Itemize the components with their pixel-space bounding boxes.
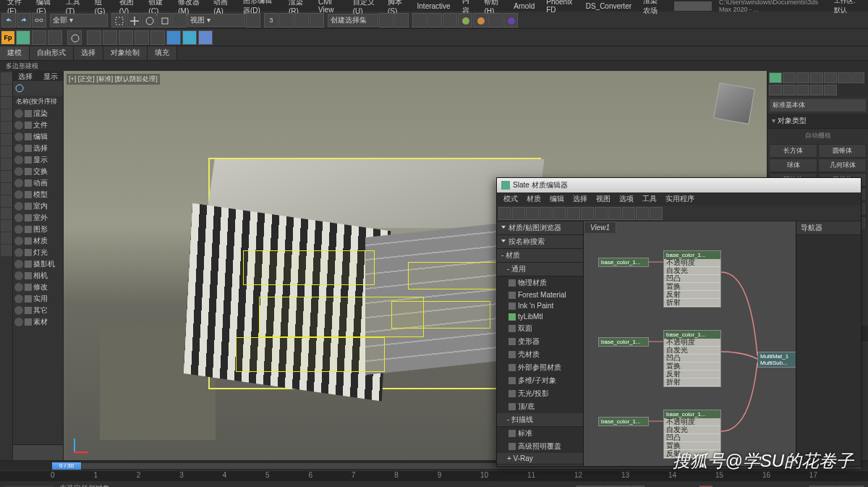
slate-tool[interactable] (581, 207, 594, 220)
visibility-icon[interactable] (14, 318, 23, 326)
scene-item[interactable]: 模型 (13, 189, 63, 200)
slate-search[interactable]: 按名称搜索 (497, 235, 583, 249)
visibility-icon[interactable] (14, 306, 23, 315)
curve-editor-button[interactable] (427, 13, 442, 27)
spinner-snap-button[interactable] (310, 13, 324, 27)
building-selection[interactable] (208, 158, 541, 389)
scene-tab-display[interactable]: 显示 (38, 71, 64, 81)
freeze-icon[interactable] (25, 179, 32, 187)
material-node[interactable]: base_color_1...不透明度自发光凹凸置换反射折射 (663, 330, 721, 387)
slate-tool[interactable] (608, 207, 621, 220)
slate-menu-material[interactable]: 材质 (523, 194, 545, 204)
freeze-icon[interactable] (25, 191, 32, 198)
left-icon[interactable] (1, 158, 12, 170)
left-icon[interactable] (1, 97, 12, 109)
slate-tool[interactable] (650, 207, 663, 220)
visibility-icon[interactable] (14, 283, 23, 292)
slate-mat-item[interactable]: 标准 (497, 427, 583, 440)
slate-material-editor[interactable]: Slate 材质编辑器 模式 材质 编辑 选择 视图 选项 工具 实用程序 材质… (496, 177, 861, 467)
ribbon-tab-objectpaint[interactable]: 对象绘制 (103, 46, 148, 60)
left-icon[interactable] (1, 208, 12, 219)
slate-tool[interactable] (622, 207, 635, 220)
plugin-btn-12[interactable] (198, 30, 213, 45)
rotate-button[interactable] (142, 13, 156, 27)
visibility-icon[interactable] (14, 213, 23, 222)
menu-tools[interactable]: 工具(T) (61, 0, 88, 15)
slate-mat-item[interactable]: 无光/投影 (497, 387, 583, 400)
left-icon[interactable] (1, 183, 12, 195)
percent-snap-button[interactable] (294, 13, 309, 27)
left-icon[interactable] (1, 220, 12, 232)
snap-button[interactable]: 3 (264, 13, 278, 27)
left-icon[interactable] (1, 72, 12, 84)
left-icon[interactable] (1, 122, 12, 133)
primitive-dropdown[interactable]: 标准基本体 (770, 99, 866, 111)
left-icon[interactable] (1, 134, 12, 145)
slate-cat-maps[interactable]: - 贴图 (497, 465, 583, 466)
sphere-button[interactable]: 球体 (769, 158, 817, 172)
slate-mat-item[interactable]: Ink 'n Paint (497, 300, 583, 311)
slate-browser-header[interactable]: 材质/贴图浏览器 (497, 221, 583, 235)
ribbon-tab-modeling[interactable]: 建模 (0, 46, 30, 60)
sub-cameras[interactable] (796, 85, 809, 96)
scene-item[interactable]: 选择 (13, 143, 63, 154)
slate-cat-scanline[interactable]: - 扫描线 (497, 413, 583, 427)
scene-item[interactable]: 室内 (13, 200, 63, 212)
plugin-btn-5[interactable] (87, 30, 101, 45)
layer-button[interactable] (412, 13, 427, 27)
scene-item[interactable]: 素材 (13, 316, 63, 328)
slate-tool[interactable] (567, 207, 580, 220)
create-tab[interactable] (769, 72, 782, 83)
box-button[interactable]: 长方体 (769, 144, 817, 158)
ribbon-tab-populate[interactable]: 填充 (148, 46, 177, 60)
align-button[interactable] (394, 13, 409, 27)
time-handle[interactable]: 0 / 30 (52, 462, 81, 470)
visibility-icon[interactable] (14, 295, 23, 303)
undo-button[interactable] (1, 13, 16, 27)
scene-item[interactable]: 实用 (13, 293, 63, 305)
multimat-node[interactable]: MultiMat_1 MultiSub... (757, 352, 796, 368)
freeze-icon[interactable] (25, 318, 32, 326)
scene-item[interactable]: 交换 (13, 166, 63, 177)
selection-set-dropdown[interactable]: 创建选择集 (328, 14, 378, 27)
slate-mat-item[interactable]: Forest Material (497, 289, 583, 300)
menu-interactive[interactable]: Interactive (413, 2, 455, 10)
menu-animation[interactable]: 动画(A) (209, 0, 236, 15)
slate-mat-item[interactable]: 顶/底 (497, 400, 583, 413)
scale-button[interactable] (157, 13, 171, 27)
freeze-icon[interactable] (25, 110, 32, 117)
plugin-btn-11[interactable] (182, 30, 197, 45)
visibility-icon[interactable] (14, 144, 23, 153)
render-button[interactable] (503, 13, 518, 27)
menu-custom[interactable]: 自定义(U) (349, 0, 380, 15)
scene-item[interactable]: 显示 (13, 154, 63, 166)
left-icon[interactable] (1, 245, 12, 256)
slate-mat-item[interactable]: tyLibMtl (497, 311, 583, 322)
scene-item[interactable]: 渲染 (13, 108, 63, 119)
slate-mat-item[interactable]: 双面 (497, 322, 583, 335)
freeze-icon[interactable] (25, 272, 32, 279)
slate-view-tab[interactable]: View1 (584, 221, 616, 233)
sub-lights[interactable] (783, 85, 796, 96)
plugin-btn-3[interactable] (48, 30, 62, 45)
visibility-icon[interactable] (14, 109, 23, 118)
display-tab[interactable] (824, 72, 837, 83)
scene-item[interactable]: 材质 (13, 235, 63, 247)
slate-mat-item[interactable]: 外部参照材质 (497, 361, 583, 374)
menu-dsconv[interactable]: DS_Converter (582, 2, 636, 10)
scene-item[interactable]: 图形 (13, 224, 63, 235)
pivot-button[interactable] (246, 13, 260, 27)
scene-item[interactable]: 修改 (13, 281, 63, 293)
menu-renderfarm[interactable]: 渲染农场 (639, 0, 668, 16)
slate-menu-options[interactable]: 选项 (616, 194, 637, 204)
modify-tab[interactable] (783, 72, 796, 83)
plugin-btn-1[interactable] (16, 30, 30, 45)
slate-menu-edit[interactable]: 编辑 (546, 194, 568, 204)
visibility-icon[interactable] (14, 179, 23, 187)
texture-node[interactable]: base_color_1... (598, 337, 649, 347)
visibility-icon[interactable] (14, 260, 23, 268)
slate-mat-item[interactable]: 物理材质 (497, 276, 583, 289)
ribbon-tab-select[interactable]: 选择 (74, 46, 103, 60)
left-icon[interactable] (1, 171, 12, 182)
freeze-icon[interactable] (25, 122, 32, 129)
